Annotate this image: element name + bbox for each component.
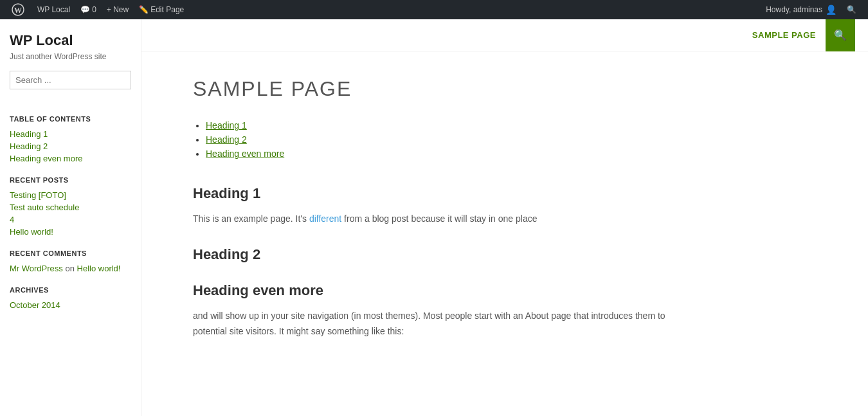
site-name-button[interactable]: WP Local [32, 0, 75, 19]
top-nav: SAMPLE PAGE 🔍 [141, 19, 868, 51]
content-para-3: and will show up in your site navigation… [193, 309, 682, 339]
toc-content-link-h3[interactable]: Heading even more [206, 149, 284, 159]
avatar-icon: 👤 [826, 5, 836, 15]
admin-search-button[interactable]: 🔍 [842, 0, 862, 19]
search-input[interactable] [10, 71, 131, 89]
toc-item: Heading 2 [206, 134, 682, 145]
content-toc: Heading 1 Heading 2 Heading even more [193, 120, 682, 159]
site-search-icon: 🔍 [834, 29, 847, 41]
content-heading-1: Heading 1 [193, 185, 682, 202]
recent-comments-section-title: RECENT COMMENTS [10, 249, 131, 257]
archives-section-title: ARCHIVES [10, 286, 131, 294]
content-para-1: This is an example page. It's different … [193, 212, 682, 227]
toc-link-h2[interactable]: Heading 2 [10, 141, 131, 151]
site-search-button[interactable]: 🔍 [826, 19, 855, 51]
toc-item: Heading 1 [206, 120, 682, 131]
edit-page-button[interactable]: ✏️ Edit Page [134, 0, 189, 19]
toc-content-link-h2[interactable]: Heading 2 [206, 134, 247, 145]
page-heading: SAMPLE PAGE [193, 77, 682, 101]
content-heading-3: Heading even more [193, 282, 682, 299]
comment-post-link[interactable]: Hello world! [77, 264, 121, 273]
comment-icon: 💬 [80, 5, 90, 14]
content-area: SAMPLE PAGE Heading 1 Heading 2 Heading … [141, 51, 720, 377]
toc-section-title: TABLE OF CONTENTS [10, 115, 131, 123]
main-content: SAMPLE PAGE 🔍 SAMPLE PAGE Heading 1 Head… [141, 19, 868, 416]
toc-link-h3[interactable]: Heading even more [10, 154, 131, 163]
admin-search-icon: 🔍 [847, 5, 856, 14]
comment-author-link[interactable]: Mr WordPress [10, 264, 63, 273]
site-wrapper: WP Local Just another WordPress site TAB… [0, 19, 868, 416]
toc-item: Heading even more [206, 149, 682, 159]
sidebar: WP Local Just another WordPress site TAB… [0, 19, 141, 416]
recent-post-2[interactable]: Test auto schedule [10, 203, 131, 212]
sample-page-nav-link[interactable]: SAMPLE PAGE [743, 30, 826, 40]
para1-link[interactable]: different [309, 213, 341, 224]
recent-comment-item: Mr WordPress on Hello world! [10, 264, 131, 273]
new-button[interactable]: + New [102, 0, 134, 19]
toc-link-h1[interactable]: Heading 1 [10, 129, 131, 139]
archive-item-oct2014[interactable]: October 2014 [10, 300, 131, 310]
admin-bar: W WP Local 💬 0 + New ✏️ Edit Page Howdy,… [0, 0, 868, 19]
pencil-icon: ✏️ [139, 5, 149, 14]
wp-logo-button[interactable]: W [6, 0, 32, 19]
site-tagline: Just another WordPress site [10, 52, 131, 61]
recent-post-1[interactable]: Testing [FOTO] [10, 190, 131, 200]
content-heading-2: Heading 2 [193, 246, 682, 263]
comment-on-text: on [65, 264, 74, 273]
comments-button[interactable]: 💬 0 [75, 0, 102, 19]
top-nav-links: SAMPLE PAGE [743, 30, 826, 40]
toc-content-link-h1[interactable]: Heading 1 [206, 120, 247, 131]
recent-post-3[interactable]: 4 [10, 215, 131, 224]
recent-post-4[interactable]: Hello world! [10, 227, 131, 237]
site-title: WP Local [10, 32, 131, 49]
recent-posts-section-title: RECENT POSTS [10, 176, 131, 184]
svg-text:W: W [14, 6, 22, 15]
howdy-user[interactable]: Howdy, adminas 👤 [761, 0, 842, 19]
